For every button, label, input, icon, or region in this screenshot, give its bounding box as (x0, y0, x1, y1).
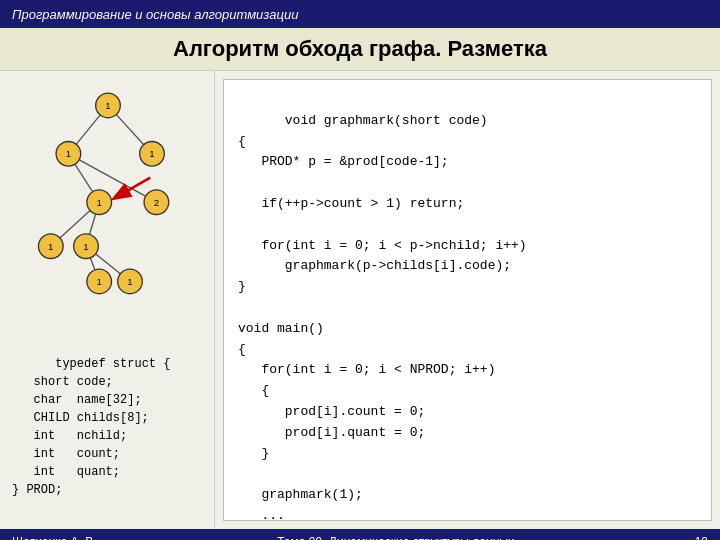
footer-author: Шевченко А. В. (12, 535, 96, 540)
footer: Шевченко А. В. Тема 09. Динамические стр… (0, 529, 720, 540)
right-panel: void graphmark(short code) { PROD* p = &… (223, 79, 712, 521)
svg-text:1: 1 (127, 276, 132, 287)
struct-code-text: typedef struct { short code; char name[3… (12, 357, 170, 497)
graph-area: 1 1 1 1 (8, 79, 206, 333)
svg-line-10 (115, 178, 150, 198)
graph-svg: 1 1 1 1 (8, 79, 208, 299)
svg-text:1: 1 (66, 148, 71, 159)
struct-code: typedef struct { short code; char name[3… (8, 333, 206, 521)
svg-text:1: 1 (83, 241, 88, 252)
left-panel: 1 1 1 1 (0, 71, 215, 529)
title-bar: Алгоритм обхода графа. Разметка (0, 28, 720, 71)
svg-text:1: 1 (48, 241, 53, 252)
code-block: void graphmark(short code) { PROD* p = &… (238, 90, 697, 521)
svg-text:1: 1 (97, 276, 102, 287)
svg-text:1: 1 (149, 148, 154, 159)
svg-text:1: 1 (97, 197, 102, 208)
svg-text:1: 1 (105, 100, 110, 111)
header-title: Программирование и основы алгоритмизации (12, 7, 298, 22)
footer-page: 19 (695, 535, 708, 540)
page-title: Алгоритм обхода графа. Разметка (173, 36, 547, 61)
header: Программирование и основы алгоритмизации (0, 0, 720, 28)
svg-text:2: 2 (154, 197, 159, 208)
main-content: 1 1 1 1 (0, 71, 720, 529)
footer-topic: Тема 09. Динамические структуры данных (277, 535, 514, 540)
right-code-text: void graphmark(short code) { PROD* p = &… (238, 113, 527, 521)
